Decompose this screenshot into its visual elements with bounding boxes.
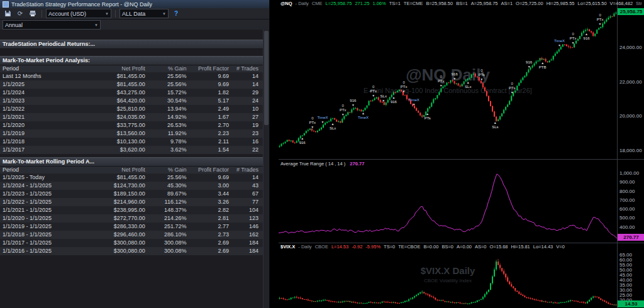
quote-field: AS=0 (475, 244, 487, 250)
column-header[interactable]: Period (0, 65, 89, 72)
table-cell: 1/1/2024 - 1/1/2025 (0, 182, 89, 190)
table-cell: 9.69 (191, 80, 233, 89)
trade-marker-label: 916 (584, 36, 591, 40)
table-row[interactable]: 1/1/2018 - 1/1/2025$296,460.00286.10%2.7… (0, 231, 264, 239)
y-axis-label: 20,000.00 (619, 113, 642, 119)
table-header-row: PeriodNet Profit% GainProfit Factor# Tra… (0, 167, 264, 173)
trade-marker-label: 916 (299, 141, 306, 145)
section-period-analysis[interactable]: Mark-To-Market Period Analysis: (0, 56, 264, 65)
help-button[interactable]: ? (174, 10, 178, 17)
column-header[interactable]: Net Profit (89, 167, 152, 173)
section-periodical-returns[interactable]: TradeStation Periodical Returns:... (0, 40, 264, 49)
trade-marker-label: PTx (597, 18, 604, 21)
account-dropdown[interactable]: Account (USD) ▼ (46, 9, 111, 18)
trade-marker-label: ▼ (511, 91, 514, 94)
table-row[interactable]: 1/1/2025$81,455.0025.56%9.6914 (0, 80, 264, 89)
table-header-row: PeriodNet Profit% GainProfit Factor# Tra… (0, 65, 264, 72)
table-row[interactable]: 1/1/2020$33,775.0026.53%2.7019 (0, 121, 264, 129)
table-row[interactable]: 1/1/2025 - Today$81,455.0025.56%9.6914 (0, 173, 264, 182)
trade-marker-label: PTs (425, 116, 431, 120)
table-cell: 11.92% (152, 129, 192, 138)
table-row[interactable]: 1/1/2019 - 1/1/2025$286,330.00251.72%2.7… (0, 223, 264, 231)
trade-marker-label: ▼ (528, 65, 531, 69)
report-toolbar: ⟳ Account (USD) ▼ ALL Data ▼ ? (0, 8, 269, 19)
report-scrollbar-thumb[interactable] (264, 31, 269, 125)
table-cell: $272,770.00 (89, 214, 152, 223)
column-header[interactable]: Net Profit (89, 65, 152, 72)
table-row[interactable]: 1/1/2023$64,420.0030.54%5.1724 (0, 97, 264, 105)
table-cell: $33,775.00 (89, 121, 152, 129)
table-cell: 1/1/2016 - 1/1/2025 (0, 247, 89, 255)
quote-field: Hi=15.81 (511, 244, 530, 250)
table-cell: $124,730.00 (89, 182, 152, 190)
save-button[interactable] (3, 9, 13, 18)
trade-marker-label: ▼ (311, 125, 314, 129)
period-dropdown[interactable]: Annual ▼ (3, 20, 101, 30)
vix-quote-line: $VIX.X- DailyCBOEL=14.53-0.92-5.95%TS=0T… (280, 244, 642, 250)
y-axis-label: 700.00 (619, 197, 635, 203)
table-row[interactable]: 1/1/2021 - 1/1/2025$238,995.00148.37%2.8… (0, 206, 264, 214)
quote-field: -5.95% (365, 244, 380, 250)
table-cell: $189,150.00 (89, 190, 152, 198)
table-cell: $300,080.00 (89, 239, 152, 247)
column-header[interactable]: Period (0, 167, 89, 173)
report-titlebar[interactable]: TradeStation Strategy Performance Report… (0, 0, 269, 8)
quote-field: BS=1 (456, 1, 468, 6)
table-row[interactable]: 1/1/2024 - 1/1/2025$124,730.0045.30%3.00… (0, 182, 264, 190)
table-cell: 5.17 (191, 97, 233, 105)
atr-pane[interactable] (279, 159, 617, 243)
table-row[interactable]: 1/1/2016 - 1/1/2025$300,080.00300.08%2.6… (0, 247, 264, 255)
table-row[interactable]: Last 12 Months$81,455.0025.56%9.6914 (0, 72, 264, 80)
table-row[interactable]: 1/1/2022 - 1/1/2025$214,960.00116.12%3.2… (0, 198, 264, 206)
report-window-icon (3, 1, 9, 8)
table-cell: 3.00 (191, 182, 233, 190)
report-scrollbar[interactable] (263, 30, 269, 308)
printer-icon (29, 10, 36, 17)
table-row[interactable]: 1/1/2020 - 1/1/2025$272,770.00214.26%2.8… (0, 214, 264, 223)
column-header[interactable]: % Gain (152, 167, 192, 173)
table-cell: 2.69 (191, 247, 233, 255)
table-row[interactable]: 1/1/2021$24,035.0014.92%1.6727 (0, 113, 264, 121)
table-row[interactable]: 1/1/2018$10,130.009.78%2.1116 (0, 138, 264, 146)
table-row[interactable]: 1/1/2023 - 1/1/2025$189,150.0089.67%3.44… (0, 190, 264, 198)
pane-divider[interactable] (279, 159, 644, 160)
table-row[interactable]: 1/1/2017$3,620.003.62%1.5422 (0, 146, 264, 154)
column-header[interactable]: Profit Factor (191, 65, 233, 72)
column-header[interactable]: Profit Factor (191, 167, 233, 173)
column-header[interactable]: # Trades (234, 167, 264, 173)
table-cell: Last 12 Months (0, 72, 89, 80)
refresh-button[interactable]: ⟳ (15, 9, 25, 18)
trade-marker-label: ▼ (413, 102, 416, 106)
column-header[interactable]: % Gain (152, 65, 192, 72)
table-cell: 10 (234, 105, 264, 113)
chart-canvas[interactable]: ▲9160PTx▼TimeX▼▲SLx0PTx▼916▼▲TimeX0PTx▼S… (279, 0, 644, 308)
atr-indicator-label: Average True Range ( 14 , 14 ) 270.77 (280, 161, 364, 167)
table-row[interactable]: 1/1/2022$25,810.0013.94%2.4910 (0, 105, 264, 113)
data-range-dropdown[interactable]: ALL Data ▼ (119, 9, 169, 18)
price-axis[interactable]: 25,958.75 270.77 14.53 24,000.0022,000.0… (617, 0, 644, 308)
table-cell: 2.70 (191, 121, 233, 129)
section-rolling-analysis[interactable]: Mark-To-Market Rolling Period A... (0, 157, 264, 167)
atr-value: 270.77 (350, 161, 364, 167)
table-cell: 148.37% (152, 206, 192, 214)
trade-marker-label: SLx (330, 126, 336, 130)
quote-field: - Daily (298, 244, 311, 250)
table-row[interactable]: 1/1/2017 - 1/1/2025$300,080.00300.08%2.6… (0, 239, 264, 247)
trade-marker-label: ▼ (382, 99, 385, 102)
table-cell: 1/1/2023 - 1/1/2025 (0, 190, 89, 198)
table-row[interactable]: 1/1/2019$13,560.0011.92%2.2323 (0, 129, 264, 138)
nq-price-pane[interactable] (279, 0, 617, 159)
table-cell: 184 (234, 239, 264, 247)
pane-divider[interactable] (279, 243, 644, 243)
table-cell: $13,560.00 (89, 129, 152, 138)
quote-field: CBOE (315, 244, 328, 250)
trade-marker-label: ▼ (453, 77, 456, 80)
print-button[interactable] (28, 9, 38, 18)
y-axis-label: 500.00 (619, 215, 635, 221)
table-cell: 1/1/2017 (0, 146, 89, 154)
table-cell: 24 (234, 97, 264, 105)
column-header[interactable]: # Trades (234, 65, 264, 72)
vix-pane[interactable] (279, 243, 617, 308)
table-row[interactable]: 1/1/2024$43,275.0015.72%1.8229 (0, 89, 264, 97)
quote-field: 1.06% (372, 1, 386, 6)
